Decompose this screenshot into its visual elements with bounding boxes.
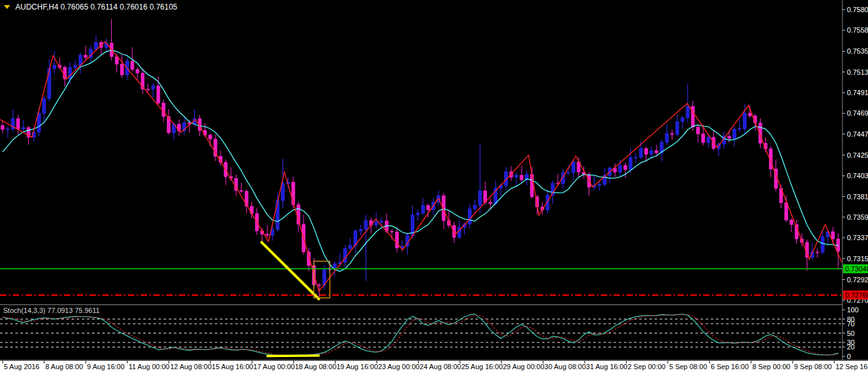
chart-title: AUDCHF,H4 0.76065 0.76114 0.76016 0.7610…: [15, 3, 178, 11]
resistance-price-badge: 0.72760: [843, 291, 868, 300]
support-price-badge-label: 0.73040: [845, 265, 868, 273]
chart-plot-area[interactable]: [0, 0, 842, 305]
price-chart: 0.758000.755800.753550.751350.749150.746…: [0, 0, 868, 373]
stoch-plot-area[interactable]: [0, 305, 842, 360]
price-axis[interactable]: [842, 0, 868, 360]
support-price-badge: 0.73040: [843, 264, 868, 273]
resistance-price-badge-label: 0.72760: [845, 291, 868, 299]
stoch-indicator-label: Stoch(14,3,3) 77.0913 75.9611: [3, 307, 100, 314]
time-axis[interactable]: [0, 361, 868, 373]
mt4-chart-window: 0.758000.755800.753550.751350.749150.746…: [0, 0, 868, 373]
